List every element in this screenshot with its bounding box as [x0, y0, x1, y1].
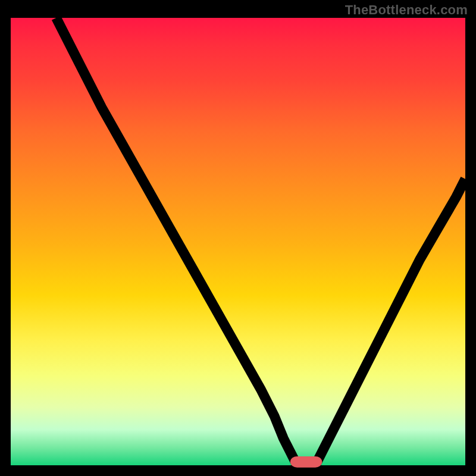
- bottleneck-marker: [293, 459, 320, 465]
- series-curve-right: [315, 179, 465, 465]
- series-curve-left: [56, 18, 297, 465]
- watermark-text: TheBottleneck.com: [345, 2, 468, 18]
- chart-plot-area: [11, 18, 465, 465]
- chart-stage: TheBottleneck.com: [0, 0, 476, 476]
- chart-svg: [11, 18, 465, 465]
